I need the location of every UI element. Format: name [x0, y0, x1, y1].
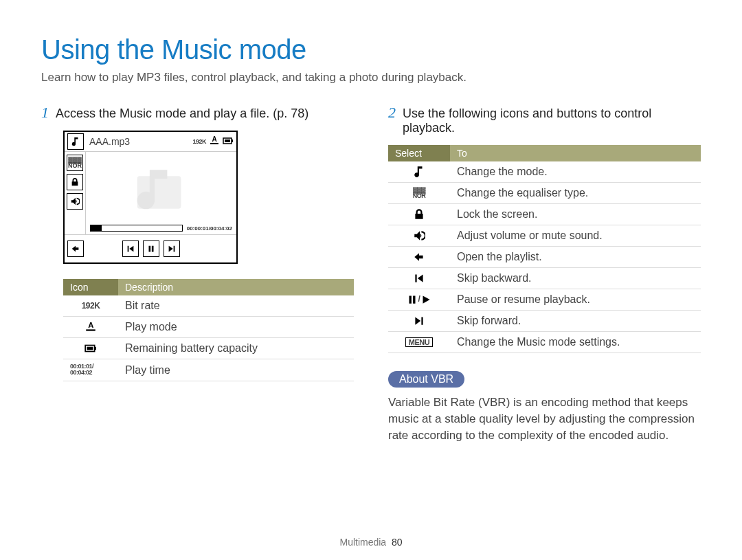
pause-icon	[143, 240, 159, 257]
step-2: 2 Use the following icons and buttons to…	[388, 105, 701, 135]
playmode-icon	[63, 317, 118, 338]
footer: Multimedia 80	[0, 537, 742, 548]
back-icon	[67, 240, 84, 257]
bitrate-text-icon: 192K	[63, 295, 118, 317]
song-title: AAA.mp3	[87, 136, 190, 147]
skip-prev-icon	[388, 268, 450, 289]
row-to: Pause or resume playback.	[450, 289, 701, 311]
row-desc: Play mode	[118, 317, 354, 338]
back-icon	[388, 247, 450, 268]
skip-next-icon	[388, 311, 450, 332]
menu-button-icon: MENU	[388, 332, 450, 353]
music-player-figure: AAA.mp3 192K ▓▓▓NOR	[63, 131, 238, 264]
step-text: Use the following icons and buttons to c…	[403, 107, 701, 135]
col-header-select: Select	[388, 145, 450, 161]
music-note-icon	[67, 133, 84, 150]
row-to: Skip forward.	[450, 311, 701, 332]
equaliser-icon: ▓▓▓NOR	[388, 183, 450, 204]
row-desc: Play time	[118, 359, 354, 381]
skip-prev-icon	[122, 240, 139, 257]
row-to: Open the playlist.	[450, 247, 701, 268]
page-title: Using the Music mode	[41, 34, 701, 65]
intro-text: Learn how to play MP3 files, control pla…	[41, 71, 701, 85]
row-to: Skip backward.	[450, 268, 701, 289]
row-to: Change the mode.	[450, 161, 701, 183]
volume-icon	[388, 225, 450, 247]
table-row: Play mode	[63, 317, 354, 338]
step-1: 1 Access the Music mode and play a file.…	[41, 105, 354, 121]
progress-bar	[90, 225, 183, 232]
col-header-icon: Icon	[63, 279, 118, 295]
row-to: Lock the screen.	[450, 204, 701, 225]
table-row: Adjust volume or mute sound.	[388, 225, 701, 247]
equaliser-icon: ▓▓▓NOR	[67, 155, 83, 171]
table-row: Remaining battery capacity	[63, 338, 354, 359]
table-row: 192K Bit rate	[63, 295, 354, 317]
col-header-to: To	[450, 145, 701, 161]
row-to: Change the Music mode settings.	[450, 332, 701, 353]
bitrate-badge: 192K	[192, 138, 206, 145]
step-number: 2	[388, 105, 396, 120]
table-row: Change the mode.	[388, 161, 701, 183]
table-row: Skip forward.	[388, 311, 701, 332]
playmode-badge-icon	[209, 135, 220, 148]
battery-icon	[223, 135, 234, 148]
controls-table: Select To Change the mode. ▓▓▓NORChange …	[388, 145, 701, 353]
battery-icon	[63, 338, 118, 359]
table-row: MENUChange the Music mode settings.	[388, 332, 701, 353]
step-text: Access the Music mode and play a file. (…	[56, 107, 354, 121]
about-vbr-pill: About VBR	[388, 371, 464, 388]
col-header-desc: Description	[118, 279, 354, 295]
footer-page: 80	[392, 537, 403, 548]
pause-play-icon: /	[388, 289, 450, 311]
table-row: Lock the screen.	[388, 204, 701, 225]
row-desc: Bit rate	[118, 295, 354, 317]
step-number: 1	[41, 105, 49, 120]
music-note-icon	[388, 161, 450, 183]
row-to: Change the equaliser type.	[450, 183, 701, 204]
row-to: Adjust volume or mute sound.	[450, 225, 701, 247]
lock-icon	[67, 174, 83, 190]
footer-section: Multimedia	[339, 537, 386, 548]
playtime-text-icon: 00:01:01/ 00:04:02	[63, 359, 118, 381]
icon-table: Icon Description 192K Bit rate Play mode…	[63, 279, 354, 381]
album-art-icon	[115, 157, 197, 214]
table-row: ▓▓▓NORChange the equaliser type.	[388, 183, 701, 204]
skip-next-icon	[164, 240, 180, 257]
row-desc: Remaining battery capacity	[118, 338, 354, 359]
volume-icon	[67, 193, 83, 210]
table-row: Skip backward.	[388, 268, 701, 289]
table-row: Open the playlist.	[388, 247, 701, 268]
table-row: 00:01:01/ 00:04:02 Play time	[63, 359, 354, 381]
table-row: /Pause or resume playback.	[388, 289, 701, 311]
about-vbr-text: Variable Bit Rate (VBR) is an encoding m…	[388, 394, 701, 443]
lock-icon	[388, 204, 450, 225]
time-badge: 00:00:01/00:04:02	[187, 225, 232, 232]
